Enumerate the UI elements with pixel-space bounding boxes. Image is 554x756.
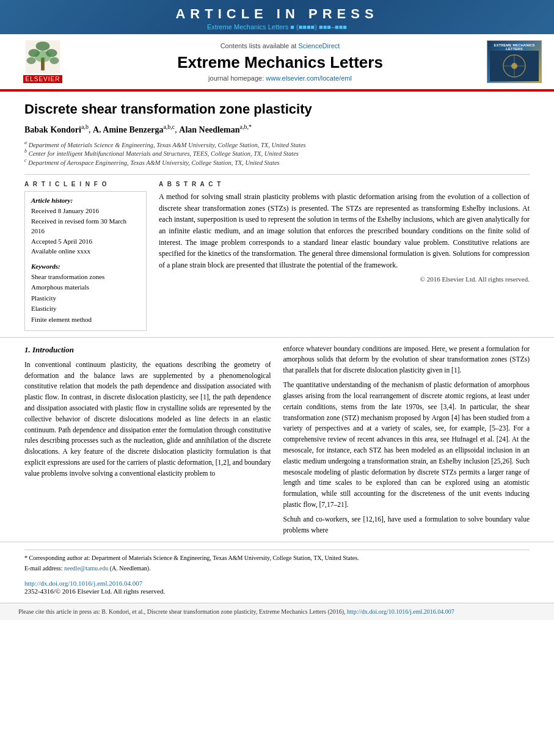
journal-homepage: journal homepage: www.elsevier.com/locat… <box>83 75 477 82</box>
svg-point-5 <box>49 57 59 64</box>
abstract-header: A B S T R A C T <box>159 181 530 187</box>
author-2-name: A. Amine Benzerga <box>93 125 163 134</box>
svg-point-12 <box>511 63 517 69</box>
bottom-notice-text: Please cite this article in press as: B.… <box>18 608 346 615</box>
article-in-press-title: ARTICLE IN PRESS <box>0 6 554 22</box>
intro-right-para-2: The quantitative understanding of the me… <box>283 380 530 511</box>
cover-image: EXTREME MECHANICS LETTERS <box>487 40 542 83</box>
keywords-section: Keywords: Shear transformation zones Amo… <box>31 263 140 325</box>
article-info-box: Article history: Received 8 January 2016… <box>24 191 147 330</box>
article-in-press-subtitle: Extreme Mechanics Letters ■ (■■■■) ■■■–■… <box>0 23 554 31</box>
affiliation-b: b Center for intelligent Multifunctional… <box>24 148 530 157</box>
doi-link-line: http://dx.doi.org/10.1016/j.eml.2016.04.… <box>24 580 530 587</box>
body-left-col: 1. Introduction In conventional continuu… <box>24 344 271 540</box>
doi-section: http://dx.doi.org/10.1016/j.eml.2016.04.… <box>0 577 554 597</box>
article-info-col: A R T I C L E I N F O Article history: R… <box>24 181 147 330</box>
keyword-3: Plasticity <box>31 293 140 304</box>
divider-1 <box>24 174 530 175</box>
intro-left-para: In conventional continuum plasticity, th… <box>24 360 271 479</box>
footnote-star: * Corresponding author at: Department of… <box>24 554 530 562</box>
elsevier-label: ELSEVIER <box>23 75 63 83</box>
bottom-notice-link[interactable]: http://dx.doi.org/10.1016/j.eml.2016.04.… <box>347 608 454 615</box>
keywords-label: Keywords: <box>31 263 140 270</box>
keyword-4: Elasticity <box>31 303 140 314</box>
journal-logo: ELSEVIER <box>12 40 73 83</box>
svg-point-4 <box>26 57 35 64</box>
intro-right-para-1: enforce whatever boundary conditions are… <box>283 344 530 376</box>
journal-title: Extreme Mechanics Letters <box>83 53 477 72</box>
affiliation-c: c Department of Aerospace Engineering, T… <box>24 158 530 166</box>
bottom-notice: Please cite this article in press as: B.… <box>0 603 554 620</box>
author-3-sup: a,b,* <box>239 123 251 130</box>
page: ARTICLE IN PRESS Extreme Mechanics Lette… <box>0 0 554 756</box>
article-in-press-banner: ARTICLE IN PRESS Extreme Mechanics Lette… <box>0 0 554 34</box>
journal-header: ELSEVIER Contents lists available at Sci… <box>0 34 554 90</box>
paper-title: Discrete shear transformation zone plast… <box>24 101 530 117</box>
body-section: 1. Introduction In conventional continuu… <box>0 337 554 542</box>
available-online: Available online xxxx <box>31 246 140 256</box>
received-revised-date: Received in revised form 30 March 2016 <box>31 216 140 236</box>
svg-point-1 <box>36 42 50 51</box>
body-right-col: enforce whatever boundary conditions are… <box>283 344 530 540</box>
contents-line: Contents lists available at ScienceDirec… <box>83 42 477 49</box>
author-2-sup: a,b,c <box>163 123 175 130</box>
issn-line: 2352-4316/© 2016 Elsevier Ltd. All right… <box>24 587 530 595</box>
author-1-sup: a,b <box>81 123 89 130</box>
footnote-area: * Corresponding author at: Department of… <box>0 542 554 577</box>
authors-line: Babak Kondoria,b, A. Amine Benzergaa,b,c… <box>24 123 530 135</box>
accepted-date: Accepted 5 April 2016 <box>31 236 140 247</box>
cover-journal-label: EXTREME MECHANICS LETTERS <box>489 43 540 51</box>
journal-cover: EXTREME MECHANICS LETTERS <box>487 40 542 83</box>
sciencedirect-link[interactable]: ScienceDirect <box>298 42 340 49</box>
footnote-divider <box>24 550 530 550</box>
body-two-col: 1. Introduction In conventional continuu… <box>24 344 530 540</box>
elsevier-logo: ELSEVIER <box>12 40 73 83</box>
cover-visual <box>490 51 539 81</box>
elsevier-tree-icon <box>24 40 61 74</box>
journal-center: Contents lists available at ScienceDirec… <box>83 42 477 82</box>
svg-point-7 <box>35 51 51 62</box>
copyright-line: © 2016 Elsevier Ltd. All rights reserved… <box>159 275 530 283</box>
intro-right-para-3: Schuh and co-workers, see [12,16], have … <box>283 514 530 536</box>
keyword-2: Amorphous materials <box>31 282 140 293</box>
introduction-heading: 1. Introduction <box>24 344 271 356</box>
article-info-abstract: A R T I C L E I N F O Article history: R… <box>24 181 530 330</box>
abstract-section: A B S T R A C T A method for solving sma… <box>159 181 530 330</box>
article-info-header: A R T I C L E I N F O <box>24 181 147 187</box>
affiliations: a Department of Materials Science & Engi… <box>24 140 530 166</box>
keyword-5: Finite element method <box>31 314 140 325</box>
author-3-name: Alan Needleman <box>179 125 239 134</box>
email-link[interactable]: needle@tamu.edu <box>64 565 108 572</box>
article-content: Discrete shear transformation zone plast… <box>0 92 554 337</box>
keyword-1: Shear transformation zones <box>31 272 140 283</box>
doi-link[interactable]: http://dx.doi.org/10.1016/j.eml.2016.04.… <box>24 580 142 587</box>
author-1-name: Babak Kondori <box>24 125 81 134</box>
homepage-link[interactable]: www.elsevier.com/locate/eml <box>266 75 352 82</box>
footnote-email: E-mail address: needle@tamu.edu (A. Need… <box>24 564 530 573</box>
abstract-text: A method for solving small strain plasti… <box>159 191 530 271</box>
affiliation-a: a Department of Materials Science & Engi… <box>24 140 530 148</box>
received-date: Received 8 January 2016 <box>31 206 140 216</box>
history-label: Article history: <box>31 197 140 204</box>
